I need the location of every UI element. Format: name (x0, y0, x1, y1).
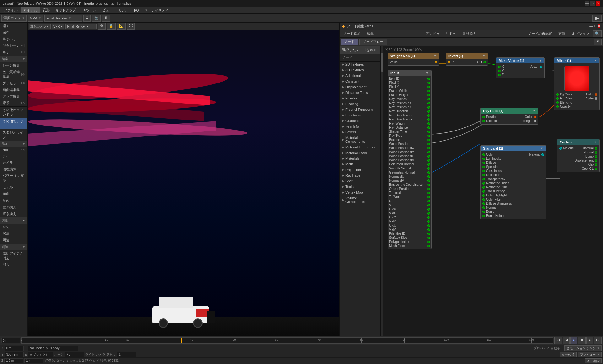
node-cat-volume-components[interactable]: ▶ Volume Components (340, 195, 380, 205)
sidebar-other-windows[interactable]: その他のウィンドウ (0, 107, 27, 118)
item-value-input[interactable]: car_inertia_plus.body (28, 346, 78, 351)
node-cat-math[interactable]: ▶ Math (340, 161, 380, 167)
menu-node-clear-history[interactable]: 履歴消去 (460, 31, 479, 37)
render-dropdown[interactable]: Final_Render (44, 15, 82, 22)
invert-node[interactable]: Invert (1) ▼ In Out (446, 53, 488, 66)
sidebar-select-all[interactable]: 全て (0, 224, 27, 230)
tab-node-flow[interactable]: ノードフロー (359, 39, 387, 46)
sidebar-save[interactable]: 保存 (0, 29, 27, 36)
sidebar-powergon[interactable]: パワーゴン 変換 (0, 173, 27, 184)
node-list-scrollbar[interactable] (380, 46, 383, 336)
menu-io[interactable]: I/O (132, 8, 141, 13)
node-cat-tools[interactable]: ▶ Tools (340, 184, 380, 190)
raytrace-node[interactable]: RayTrace (1) ▼ Position Color Direction (480, 108, 538, 125)
node-cat-vertex-map[interactable]: ▶ Vertex Map (340, 190, 380, 195)
tab-node[interactable]: ノード (341, 39, 358, 46)
btn-prev-frame[interactable]: ◀ (563, 337, 570, 344)
node-cat-material-integrators[interactable]: ▶ Material Integrators (340, 144, 380, 150)
menu-utility[interactable]: ユーティリティ (142, 7, 171, 13)
menu-node-undo[interactable]: アンドゥ (423, 31, 442, 37)
sidebar-scene-edit[interactable]: シーン編集 (0, 62, 27, 69)
standard-node[interactable]: Standard (1) ▼ Color Material Luminosity… (480, 145, 546, 219)
maximize-button[interactable]: □ (590, 1, 595, 6)
menu-view[interactable]: ビュー (100, 7, 115, 13)
menu-setup[interactable]: セットアップ (53, 7, 79, 13)
sidebar-quit[interactable]: 終了 +Q (0, 49, 27, 56)
render-controls[interactable]: ▶ (592, 15, 602, 22)
preview-dropdown[interactable]: プレビュー (578, 352, 602, 357)
node-cat-3d-textures[interactable]: ▶ 3D Textures (340, 67, 380, 73)
sidebar-bone[interactable]: 骨列 (0, 197, 27, 204)
sidebar-camera[interactable]: カメラ (0, 159, 27, 166)
node-cat-spot[interactable]: ▶ Spot (340, 178, 380, 184)
sidebar-face[interactable]: 面面 (0, 190, 27, 197)
sidebar-deselect[interactable]: 間違 (0, 237, 27, 244)
select-header[interactable]: 選択▼ (0, 217, 27, 224)
camera-dropdown[interactable]: 選択カメラ (1, 15, 27, 22)
object-input[interactable]: オブジェクト (28, 352, 53, 357)
menu-node-update[interactable]: 更新 (556, 31, 568, 37)
timeline-playhead[interactable] (181, 338, 182, 343)
sidebar-studio-live[interactable]: スタジオライブ (0, 129, 27, 141)
sidebar-screen-edit[interactable]: 画面編集集 (0, 87, 27, 93)
menu-node-rearrange[interactable]: ノードの再配置 (525, 31, 555, 37)
sidebar-physics[interactable]: 物理演算 (0, 166, 27, 173)
edit-header[interactable]: 編集▼ (0, 56, 27, 62)
input-node[interactable]: Input ▼ Item ID Pixel X Pixel Y Frame Wi… (388, 70, 432, 249)
viewport-camera-dropdown[interactable]: 選択カメラ (29, 24, 51, 29)
sidebar-light[interactable]: ライト (0, 153, 27, 159)
menu-transform[interactable]: 変形 (40, 7, 52, 13)
sidebar-delete-selected[interactable]: 選択アイテム消去 (0, 250, 27, 261)
viewport-lock-icon[interactable]: 🔒 (107, 23, 116, 30)
screen-icon[interactable]: 🖥 (102, 15, 110, 22)
node-cat-2d-textures[interactable]: ▶ 2D Textures (340, 62, 380, 67)
sidebar-null[interactable]: Null^N (0, 147, 27, 153)
node-canvas[interactable]: X:52 Y:103 Zoom:100% (383, 46, 603, 336)
menu-item[interactable]: アイテム (21, 7, 40, 13)
sidebar-preset[interactable]: プリセットF8 (0, 80, 27, 87)
make-vector-node[interactable]: Make Vector (1) ▼ X Vector Y (496, 57, 545, 78)
node-cat-fiberfx[interactable]: ▶ FiberFX (340, 95, 380, 101)
node-cat-raytrace[interactable]: ▶ RayTrace (340, 173, 380, 178)
camera-icon[interactable]: 📷 (92, 15, 101, 22)
node-cat-item-info[interactable]: ▶ Item Info (340, 124, 380, 129)
sidebar-replace2[interactable]: 置き換え (0, 211, 27, 217)
motion-dropdown[interactable]: 全モーション チャン (564, 345, 602, 351)
btn-next-frame[interactable]: ▶ (586, 337, 593, 344)
node-cat-material-tools[interactable]: ▶ Material Tools (340, 150, 380, 156)
viewport-snap-icon[interactable]: 📐 (117, 23, 126, 30)
node-cat-gradient[interactable]: ▶ Gradient (340, 118, 380, 124)
delete-header[interactable]: 削除▼ (0, 244, 27, 250)
node-cat-projections[interactable]: ▶ Projections (340, 167, 380, 173)
sidebar-model[interactable]: モデル (0, 184, 27, 190)
btn-stop[interactable]: ⏹ (578, 337, 586, 344)
node-cat-material-components[interactable]: ▶ Material Components (340, 135, 380, 144)
btn-skip-end[interactable]: ⏭ (594, 337, 602, 344)
sidebar-color-edit[interactable]: 色・質感編集集F5 (0, 69, 27, 80)
node-cat-functions[interactable]: ▶ Functions (340, 112, 380, 118)
menu-node-options[interactable]: オプション (569, 31, 591, 37)
btn-skip-start[interactable]: ⏮ (554, 337, 562, 344)
mixer-node[interactable]: Mixer (1) ▼ Bg Color Color (554, 57, 600, 110)
sidebar-open[interactable]: 開く (0, 23, 27, 29)
node-cat-materials[interactable]: ▶ Materials (340, 156, 380, 161)
node-editor-close[interactable]: ✕ (598, 24, 600, 28)
node-editor-maximize[interactable]: □ (594, 24, 596, 28)
sidebar-hierarchy[interactable]: 階層 (0, 230, 27, 237)
menu-node-edit[interactable]: 編集 (364, 31, 376, 37)
node-editor-search-icon[interactable]: 🔍 (593, 30, 602, 37)
menu-node-redo[interactable]: リドゥ (443, 31, 459, 37)
minimize-button[interactable]: — (585, 1, 589, 6)
node-cat-fresnel[interactable]: ▶ Fresnel Functions (340, 107, 380, 112)
close-button[interactable]: ✕ (596, 1, 600, 6)
viewport-render-dropdown[interactable]: Final_Render (65, 24, 97, 29)
menu-model[interactable]: モデル (116, 7, 131, 13)
sidebar-bg[interactable]: 背景^F5 (0, 100, 27, 106)
add-header[interactable]: 追加▼ (0, 141, 27, 147)
viewport-vpr-dropdown[interactable]: VPR (52, 24, 64, 29)
sidebar-graph-edit[interactable]: グラフ編集 (0, 93, 27, 100)
surface-node[interactable]: Surface ▼ Material Material Normal (557, 139, 600, 172)
weight-map-node[interactable]: Weight Map (1) ▼ Value (388, 53, 439, 66)
node-editor-minimize[interactable]: — (589, 24, 593, 28)
menu-fxtools[interactable]: FXツール (79, 7, 99, 13)
